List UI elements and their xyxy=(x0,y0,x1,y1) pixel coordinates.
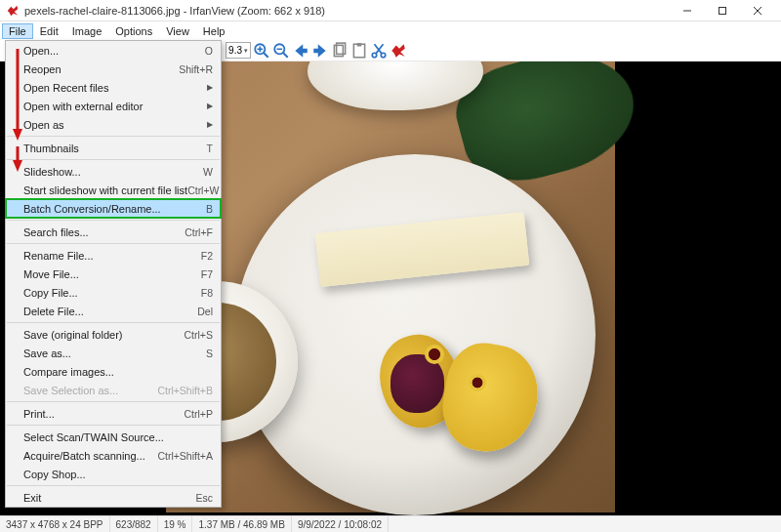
menu-item[interactable]: Search files...Ctrl+F xyxy=(6,223,221,241)
menu-item-label: Rename File... xyxy=(23,250,201,262)
menu-item-shortcut: Ctrl+W xyxy=(187,184,219,196)
annotation-arrow-icon xyxy=(11,49,24,142)
menu-item-shortcut: F2 xyxy=(201,250,213,262)
status-dimensions: 3437 x 4768 x 24 BPP xyxy=(0,516,110,532)
menu-item-shortcut: F7 xyxy=(201,268,213,280)
menu-item[interactable]: Delete File...Del xyxy=(6,302,221,320)
menu-item-label: Select Scan/TWAIN Source... xyxy=(23,431,213,443)
menu-item-shortcut: Ctrl+Shift+B xyxy=(157,385,213,396)
menu-item-shortcut: Ctrl+P xyxy=(185,408,213,420)
menu-item[interactable]: Acquire/Batch scanning...Ctrl+Shift+A xyxy=(6,446,221,465)
paste-icon[interactable] xyxy=(350,42,368,60)
menu-item-label: Save as... xyxy=(23,348,206,359)
menu-item[interactable]: Open...O xyxy=(6,41,221,60)
menu-edit[interactable]: Edit xyxy=(33,23,65,39)
menu-item-label: Open as xyxy=(23,119,207,131)
svg-rect-14 xyxy=(357,43,362,46)
menu-item[interactable]: Print...Ctrl+P xyxy=(6,404,221,423)
svg-rect-1 xyxy=(719,7,726,14)
app-icon xyxy=(6,4,20,18)
menu-image[interactable]: Image xyxy=(65,23,109,39)
statusbar: 3437 x 4768 x 24 BPP 623/882 19 % 1.37 M… xyxy=(0,515,781,532)
menu-item[interactable]: Select Scan/TWAIN Source... xyxy=(6,428,221,446)
menu-item[interactable]: ExitEsc xyxy=(6,488,221,507)
menu-item[interactable]: ReopenShift+R xyxy=(6,60,221,78)
menu-item: Save Selection as...Ctrl+Shift+B xyxy=(6,381,221,399)
status-size: 1.37 MB / 46.89 MB xyxy=(192,516,291,532)
copy-icon[interactable] xyxy=(331,42,349,60)
menu-item-label: Exit xyxy=(23,492,195,504)
menu-item-label: Compare images... xyxy=(23,366,213,378)
status-index: 623/882 xyxy=(110,516,158,532)
menu-item-label: Reopen xyxy=(23,63,179,75)
menu-item[interactable]: Open Recent files▶ xyxy=(6,78,221,97)
menu-item-label: Open... xyxy=(23,45,205,57)
menu-item-label: Search files... xyxy=(23,226,185,238)
menu-item-label: Move File... xyxy=(23,268,201,280)
menu-item-shortcut: Ctrl+Shift+A xyxy=(157,450,213,462)
submenu-arrow-icon: ▶ xyxy=(207,120,213,129)
menu-item-label: Start slideshow with current file list xyxy=(23,184,187,196)
menu-item[interactable]: Start slideshow with current file listCt… xyxy=(6,181,221,199)
menu-help[interactable]: Help xyxy=(196,23,232,39)
menu-item-shortcut: Del xyxy=(197,306,213,317)
menu-item[interactable]: Save as...S xyxy=(6,344,221,362)
displayed-image xyxy=(166,61,615,512)
svg-line-5 xyxy=(264,53,268,58)
menu-item-shortcut: O xyxy=(205,45,213,57)
menu-item-label: Save (original folder) xyxy=(23,329,185,341)
menu-item[interactable]: Move File...F7 xyxy=(6,265,221,283)
menu-item[interactable]: Copy File...F8 xyxy=(6,283,221,302)
menu-item[interactable]: Open as▶ xyxy=(6,115,221,134)
submenu-arrow-icon: ▶ xyxy=(207,83,213,92)
minimize-button[interactable] xyxy=(670,0,705,21)
menu-view[interactable]: View xyxy=(159,23,196,39)
next-arrow-icon[interactable] xyxy=(311,42,329,60)
menu-item[interactable]: ThumbnailsT xyxy=(6,139,221,157)
menu-item[interactable]: Save (original folder)Ctrl+S xyxy=(6,325,221,344)
close-button[interactable] xyxy=(740,0,775,21)
menu-file[interactable]: File xyxy=(2,23,33,39)
zoom-out-icon[interactable] xyxy=(272,42,290,60)
menu-item-shortcut: W xyxy=(203,166,213,178)
window-controls xyxy=(670,0,775,21)
prev-arrow-icon[interactable] xyxy=(292,42,309,60)
cut-icon[interactable] xyxy=(370,42,388,60)
menu-item-shortcut: Shift+R xyxy=(179,63,213,75)
menu-item[interactable]: Compare images... xyxy=(6,362,221,381)
menu-item[interactable]: Rename File...F2 xyxy=(6,246,221,265)
menu-item-shortcut: Esc xyxy=(195,492,213,504)
menu-item[interactable]: Batch Conversion/Rename...B xyxy=(6,199,221,218)
menu-item[interactable]: Copy Shop... xyxy=(6,465,221,483)
menu-item-shortcut: Ctrl+S xyxy=(185,329,213,341)
menu-item-shortcut: T xyxy=(207,143,213,154)
chevron-down-icon: ▾ xyxy=(244,47,248,55)
zoom-in-icon[interactable] xyxy=(253,42,270,60)
menubar: File Edit Image Options View Help xyxy=(0,21,781,40)
zoom-select[interactable]: 9.3▾ xyxy=(226,42,251,59)
menu-item-label: Open Recent files xyxy=(23,82,207,94)
menu-options[interactable]: Options xyxy=(108,23,159,39)
svg-line-9 xyxy=(283,53,288,58)
menu-item[interactable]: Open with external editor▶ xyxy=(6,97,221,115)
zoom-value: 9.3 xyxy=(228,45,242,56)
menu-item-label: Copy File... xyxy=(23,287,201,299)
menu-item-shortcut: F8 xyxy=(201,287,213,299)
maximize-button[interactable] xyxy=(705,0,740,21)
menu-item-label: Copy Shop... xyxy=(23,469,213,480)
status-zoom: 19 % xyxy=(158,516,193,532)
file-menu-dropdown: Open...OReopenShift+ROpen Recent files▶O… xyxy=(5,40,222,508)
menu-item-shortcut: S xyxy=(206,348,213,359)
menu-item-label: Acquire/Batch scanning... xyxy=(23,450,157,462)
menu-item-label: Print... xyxy=(23,408,185,420)
menu-item-label: Thumbnails xyxy=(23,143,207,154)
submenu-arrow-icon: ▶ xyxy=(207,102,213,110)
menu-item-label: Open with external editor xyxy=(23,101,207,112)
menu-item-label: Batch Conversion/Rename... xyxy=(23,203,206,215)
menu-item-shortcut: Ctrl+F xyxy=(185,226,213,238)
menu-item[interactable]: Slideshow...W xyxy=(6,162,221,181)
menu-item-label: Save Selection as... xyxy=(23,385,157,396)
irfanview-icon[interactable] xyxy=(390,42,407,60)
menu-item-label: Slideshow... xyxy=(23,166,203,178)
annotation-arrow-icon xyxy=(11,146,24,174)
